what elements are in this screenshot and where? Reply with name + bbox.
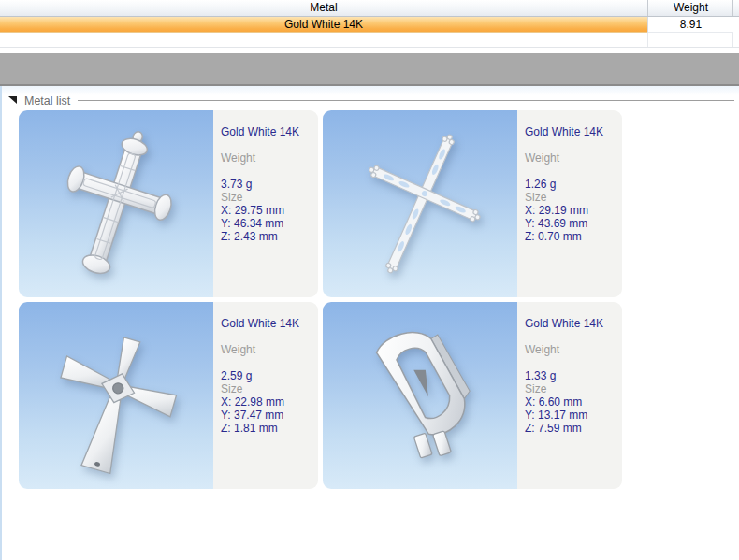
card-size-label: Size	[525, 191, 622, 204]
selected-row-metal-cell[interactable]: Gold White 14K	[0, 17, 647, 33]
pendant-thumbnail[interactable]	[19, 110, 213, 297]
card-weight-value: 3.73 g	[221, 178, 318, 191]
metal-list-card[interactable]: Gold White 14K Weight 3.73 g Size X: 29.…	[19, 110, 318, 297]
pendant-bail-image	[323, 302, 517, 489]
column-separator	[647, 33, 648, 47]
card-size-label: Size	[221, 382, 318, 395]
card-size-label: Size	[221, 191, 318, 204]
card-dim-x: X: 29.19 mm	[525, 204, 622, 217]
card-weight-label: Weight	[221, 151, 318, 165]
card-dim-z: Z: 7.59 mm	[525, 422, 622, 435]
card-metal-name: Gold White 14K	[221, 125, 318, 138]
card-dim-z: Z: 0.70 mm	[525, 230, 622, 243]
card-weight-value: 1.33 g	[525, 369, 622, 382]
card-dim-y: Y: 13.17 mm	[525, 409, 622, 422]
metal-list-group-header[interactable]: Metal list	[0, 93, 737, 110]
toolbar-strip	[0, 53, 739, 84]
flared-cross-pendant-image	[19, 302, 213, 489]
metal-table-selected-row[interactable]: Gold White 14K 8.91	[0, 17, 739, 32]
metal-list-card[interactable]: Gold White 14K Weight 2.59 g Size X: 22.…	[19, 302, 318, 489]
pendant-thumbnail[interactable]	[19, 302, 213, 489]
card-dim-x: X: 22.98 mm	[221, 395, 318, 409]
group-title: Metal list	[24, 93, 70, 108]
card-weight-label: Weight	[525, 343, 622, 356]
selected-row-weight-cell[interactable]: 8.91	[647, 17, 733, 33]
card-weight-value: 1.26 g	[525, 178, 622, 191]
card-weight-label: Weight	[525, 151, 622, 165]
card-dim-z: Z: 2.43 mm	[221, 230, 318, 243]
group-box-divider	[78, 100, 734, 101]
filigree-cross-pendant-image	[323, 110, 517, 297]
column-separator	[732, 33, 733, 47]
metal-list-card[interactable]: Gold White 14K Weight 1.26 g Size X: 29.…	[323, 110, 622, 297]
pendant-info: Gold White 14K Weight 1.33 g Size X: 6.6…	[517, 302, 622, 489]
card-dim-z: Z: 1.81 mm	[221, 422, 318, 435]
pendant-info: Gold White 14K Weight 2.59 g Size X: 22.…	[213, 302, 318, 489]
column-header-metal[interactable]: Metal	[0, 0, 647, 16]
column-header-weight[interactable]: Weight	[647, 0, 733, 16]
column-header-stub	[732, 0, 739, 16]
card-dim-y: Y: 37.47 mm	[221, 409, 318, 422]
pendant-info: Gold White 14K Weight 3.73 g Size X: 29.…	[213, 110, 318, 297]
metal-list-card[interactable]: Gold White 14K Weight 1.33 g Size X: 6.6…	[323, 302, 622, 489]
card-weight-label: Weight	[221, 343, 318, 356]
card-dim-y: Y: 46.34 mm	[221, 217, 318, 230]
card-dim-x: X: 29.75 mm	[221, 204, 318, 217]
card-metal-name: Gold White 14K	[221, 317, 318, 330]
pendant-info: Gold White 14K Weight 1.26 g Size X: 29.…	[517, 110, 622, 297]
card-metal-name: Gold White 14K	[525, 317, 622, 330]
pendant-thumbnail[interactable]	[323, 302, 517, 489]
card-weight-value: 2.59 g	[221, 369, 318, 382]
card-metal-name: Gold White 14K	[525, 125, 622, 138]
pendant-thumbnail[interactable]	[323, 110, 517, 297]
metal-table-header: Metal Weight	[0, 0, 739, 17]
card-dim-x: X: 6.60 mm	[525, 395, 622, 409]
collapse-triangle-icon[interactable]	[8, 96, 17, 104]
ornate-cross-pendant-image	[19, 110, 213, 297]
card-dim-y: Y: 43.69 mm	[525, 217, 622, 230]
card-size-label: Size	[525, 382, 622, 395]
metal-table-empty-row	[0, 33, 739, 48]
